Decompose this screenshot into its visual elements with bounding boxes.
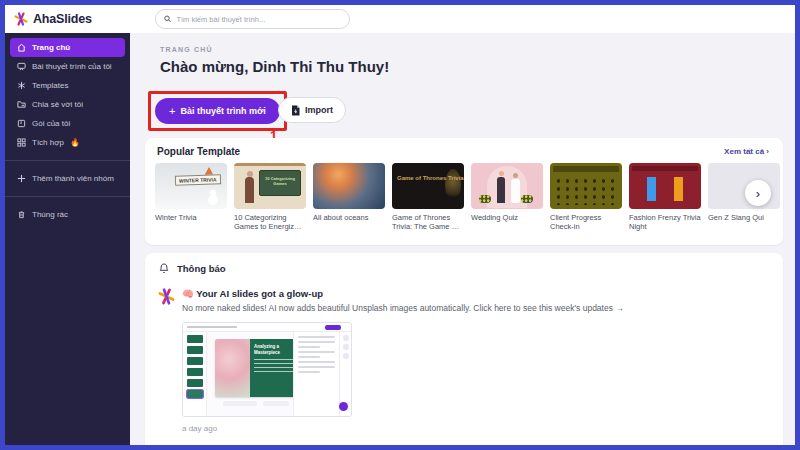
sidebar-item-my-presentations[interactable]: Bài thuyết trình của tôi xyxy=(10,57,125,76)
welcome-heading: Chào mừng, Dinh Thi Thu Thuy! xyxy=(160,58,389,75)
template-card-all-about-oceans[interactable]: All about oceans xyxy=(313,163,385,232)
new-presentation-button[interactable]: + Bài thuyết trình mới xyxy=(155,98,280,124)
sidebar-item-label: Templates xyxy=(32,81,68,90)
annotation-highlight-box: + Bài thuyết trình mới xyxy=(148,91,287,131)
template-card-winter-trivia[interactable]: WINTER TRIVIA Winter Trivia xyxy=(155,163,227,232)
shared-folder-icon xyxy=(16,100,26,110)
template-card-wedding-quiz[interactable]: Wedding Quiz xyxy=(471,163,543,232)
plus-icon: + xyxy=(169,105,175,117)
search-icon xyxy=(164,15,171,23)
template-thumbnail xyxy=(313,163,385,209)
notifications-card: Thông báo 🧠 Your AI slides got a glow-up… xyxy=(145,253,783,450)
breadcrumb: TRANG CHỦ xyxy=(160,46,213,53)
template-card-game-of-thrones[interactable]: Game of Thrones Trivia Game of Thrones T… xyxy=(392,163,464,232)
template-title: All about oceans xyxy=(313,213,385,222)
integrations-grid-icon xyxy=(16,138,26,148)
template-title: Fashion Frenzy Trivia Night xyxy=(629,213,701,232)
sidebar-item-integrations[interactable]: Tích hợp 🔥 xyxy=(10,133,125,152)
template-card-client-progress[interactable]: Client Progress Check-in xyxy=(550,163,622,232)
chevron-right-icon: › xyxy=(756,186,760,201)
sidebar-item-my-plan[interactable]: Gói của tôi xyxy=(10,114,125,133)
sidebar-item-label: Thùng rác xyxy=(32,210,68,219)
template-card-categorizing-games[interactable]: 10 Categorizing Games 10 Categorizing Ga… xyxy=(234,163,306,232)
carousel-next-button[interactable]: › xyxy=(745,180,771,206)
view-all-link[interactable]: Xem tất cả › xyxy=(724,147,769,156)
sidebar-item-home[interactable]: Trang chủ xyxy=(10,38,125,57)
ahaslides-logo-icon xyxy=(14,12,28,26)
sidebar: Trang chủ Bài thuyết trình của tôi Templ… xyxy=(5,33,130,445)
template-thumbnail: WINTER TRIVIA xyxy=(155,163,227,209)
template-title: Winter Trivia xyxy=(155,213,227,222)
popular-templates-title: Popular Template xyxy=(157,146,240,157)
notification-item-body: No more naked slides! AI now adds beauti… xyxy=(182,302,637,314)
main-content: TRANG CHỦ Chào mừng, Dinh Thi Thu Thuy! … xyxy=(130,33,795,445)
template-title: Gen Z Slang Qui xyxy=(708,213,780,222)
sidebar-item-label: Bài thuyết trình của tôi xyxy=(32,62,112,71)
brand-logo[interactable]: AhaSlides xyxy=(5,12,130,26)
sidebar-item-trash[interactable]: Thùng rác xyxy=(10,205,125,224)
template-title: Game of Thrones Trivia: The Game … xyxy=(392,213,464,232)
app-frame: AhaSlides Trang chủ Bài thuyết trình của… xyxy=(0,0,800,450)
template-title: Client Progress Check-in xyxy=(550,213,622,232)
mini-slide-rail xyxy=(183,332,207,416)
notification-preview-image: Analyzing a Masterpiece xyxy=(182,322,352,417)
template-card-fashion-frenzy[interactable]: Fashion Frenzy Trivia Night xyxy=(629,163,701,232)
sidebar-item-label: Chia sẻ với tôi xyxy=(32,100,83,109)
notification-item-title: 🧠 Your AI slides got a glow-up xyxy=(182,288,783,299)
template-thumbnail: 10 Categorizing Games xyxy=(234,163,306,209)
ahaslides-logo-icon xyxy=(158,288,175,305)
import-label: Import xyxy=(305,105,333,115)
new-presentation-label: Bài thuyết trình mới xyxy=(180,106,265,116)
notifications-title: Thông báo xyxy=(177,263,226,274)
plus-icon xyxy=(16,174,26,184)
trash-icon xyxy=(16,210,26,220)
sidebar-item-shared-with-me[interactable]: Chia sẻ với tôi xyxy=(10,95,125,114)
import-button[interactable]: Import xyxy=(278,97,346,123)
brand-name: AhaSlides xyxy=(33,12,92,26)
mini-side-panel xyxy=(293,332,339,416)
template-carousel: WINTER TRIVIA Winter Trivia 10 Categoriz… xyxy=(145,157,783,232)
import-file-icon xyxy=(291,105,300,116)
template-thumbnail xyxy=(471,163,543,209)
template-title: 10 Categorizing Games to Energiz… xyxy=(234,213,306,232)
sidebar-item-label: Gói của tôi xyxy=(32,119,70,128)
templates-icon xyxy=(16,81,26,91)
top-bar: AhaSlides xyxy=(5,5,795,33)
fire-badge-icon: 🔥 xyxy=(70,138,80,147)
search-box[interactable] xyxy=(155,9,350,29)
notification-timestamp: a day ago xyxy=(182,424,783,433)
presentation-icon xyxy=(16,62,26,72)
sidebar-item-label: Trang chủ xyxy=(32,43,70,52)
mini-slide-image xyxy=(215,339,250,397)
sidebar-item-templates[interactable]: Templates xyxy=(10,76,125,95)
popular-templates-card: Popular Template Xem tất cả › WINTER TRI… xyxy=(145,138,783,245)
package-icon xyxy=(16,119,26,129)
sidebar-item-label: Thêm thành viên nhóm xyxy=(32,174,114,183)
sidebar-item-add-team-member[interactable]: Thêm thành viên nhóm xyxy=(10,169,125,188)
template-thumbnail: Game of Thrones Trivia xyxy=(392,163,464,209)
bell-icon xyxy=(159,263,169,274)
template-thumbnail xyxy=(550,163,622,209)
notification-item[interactable]: 🧠 Your AI slides got a glow-up No more n… xyxy=(145,288,783,433)
mini-publish-button xyxy=(325,325,341,330)
sidebar-divider xyxy=(5,160,130,161)
sidebar-item-label: Tích hợp xyxy=(32,138,64,147)
template-title: Wedding Quiz xyxy=(471,213,543,222)
search-input[interactable] xyxy=(176,15,341,24)
sidebar-divider xyxy=(5,196,130,197)
home-icon xyxy=(16,43,26,53)
template-thumbnail xyxy=(629,163,701,209)
